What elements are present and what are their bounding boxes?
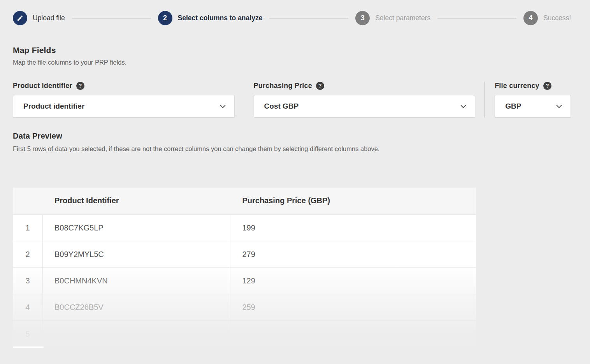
- field-file-currency: File currency ? GBP: [495, 82, 571, 118]
- map-fields-section: Map Fields Map the file columns to your …: [13, 46, 571, 66]
- column-header: Purchasing Price (GBP): [230, 188, 476, 215]
- pencil-icon: [13, 11, 27, 25]
- chevron-down-icon: [460, 103, 466, 110]
- table-row: 2 B09Y2MYL5C 279: [13, 241, 476, 268]
- horizontal-scroll-thumb[interactable]: [13, 346, 44, 348]
- step-connector: [437, 18, 516, 19]
- product-identifier-cell: B08C7KG5LP: [43, 215, 230, 241]
- step-connector: [269, 18, 348, 19]
- file-currency-select[interactable]: GBP: [495, 95, 571, 118]
- step-label: Success!: [543, 14, 571, 22]
- step-select-columns[interactable]: 2 Select columns to analyze: [158, 11, 263, 25]
- chevron-down-icon: [220, 103, 226, 110]
- field-purchasing-price: Purchasing Price ? Cost GBP: [254, 82, 476, 118]
- product-identifier-cell: [43, 321, 230, 347]
- data-preview-table: Product Identifier Purchasing Price (GBP…: [13, 188, 476, 347]
- field-mapping-row: Product Identifier ? Product identifier …: [13, 82, 571, 118]
- map-fields-title: Map Fields: [13, 46, 571, 55]
- step-upload-file[interactable]: Upload file: [13, 11, 65, 25]
- table-header-row: Product Identifier Purchasing Price (GBP…: [13, 188, 476, 215]
- product-identifier-cell: B0CCZ26B5V: [43, 294, 230, 321]
- column-header: Product Identifier: [43, 188, 230, 215]
- purchasing-price-select[interactable]: Cost GBP: [254, 95, 476, 118]
- selected-value: Cost GBP: [264, 102, 299, 111]
- purchasing-price-cell: [230, 321, 476, 347]
- purchasing-price-cell: 199: [230, 215, 476, 241]
- product-identifier-select[interactable]: Product identifier: [13, 95, 235, 118]
- data-preview-subtitle: First 5 rows of data you selected, if th…: [13, 145, 571, 153]
- purchasing-price-cell: 279: [230, 241, 476, 268]
- vertical-divider: [484, 82, 485, 118]
- step-success[interactable]: 4 Success!: [523, 11, 571, 25]
- step-label: Upload file: [33, 14, 65, 22]
- purchasing-price-cell: 129: [230, 268, 476, 294]
- step-number-badge: 2: [158, 11, 172, 25]
- row-number: 3: [13, 268, 43, 294]
- table-row: 3 B0CHMN4KVN 129: [13, 268, 476, 294]
- row-number: 1: [13, 215, 43, 241]
- step-label: Select parameters: [375, 14, 430, 22]
- purchasing-price-cell: 259: [230, 294, 476, 321]
- row-number: 5: [13, 321, 43, 347]
- row-number: 4: [13, 294, 43, 321]
- table-row: 5: [13, 321, 476, 347]
- step-number-badge: 4: [523, 11, 538, 25]
- step-label: Select columns to analyze: [178, 14, 263, 22]
- map-fields-subtitle: Map the file columns to your PRP fields.: [13, 59, 571, 66]
- help-icon[interactable]: ?: [76, 82, 84, 90]
- field-label: Purchasing Price: [254, 82, 312, 90]
- step-connector: [72, 18, 151, 19]
- page: Upload file 2 Select columns to analyze …: [0, 0, 590, 364]
- product-identifier-cell: B0CHMN4KVN: [43, 268, 230, 294]
- step-number-badge: 3: [355, 11, 370, 25]
- row-number-header: [13, 188, 43, 215]
- step-select-parameters[interactable]: 3 Select parameters: [355, 11, 430, 25]
- stepper: Upload file 2 Select columns to analyze …: [13, 11, 571, 25]
- selected-value: Product identifier: [23, 102, 84, 111]
- help-icon[interactable]: ?: [543, 82, 551, 90]
- row-number: 2: [13, 241, 43, 268]
- product-identifier-cell: B09Y2MYL5C: [43, 241, 230, 268]
- table-row: 1 B08C7KG5LP 199: [13, 215, 476, 241]
- chevron-down-icon: [556, 103, 562, 110]
- help-icon[interactable]: ?: [316, 82, 324, 90]
- data-preview-section: Data Preview First 5 rows of data you se…: [13, 132, 571, 347]
- field-product-identifier: Product Identifier ? Product identifier: [13, 82, 235, 118]
- selected-value: GBP: [505, 102, 521, 111]
- field-label: File currency: [495, 82, 539, 90]
- table-row: 4 B0CCZ26B5V 259: [13, 294, 476, 321]
- data-preview-title: Data Preview: [13, 132, 571, 141]
- field-label: Product Identifier: [13, 82, 72, 90]
